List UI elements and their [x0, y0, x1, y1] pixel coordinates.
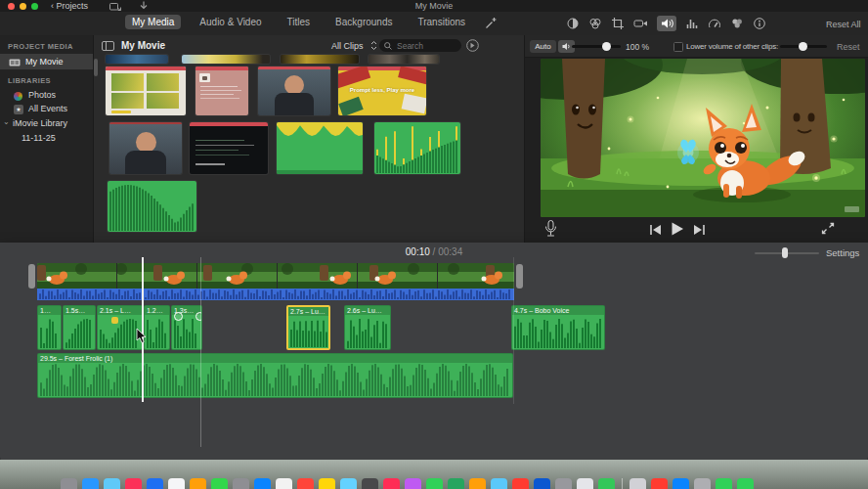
dock-app-icon[interactable] [233, 478, 249, 489]
dock-app-icon[interactable] [512, 478, 529, 489]
tab-transitions[interactable]: Transitions [411, 15, 472, 29]
sidebar-toggle-icon[interactable] [102, 41, 114, 51]
volume-tool-selected[interactable] [657, 16, 676, 31]
reset-button[interactable]: Reset [837, 42, 860, 52]
crop-icon[interactable] [611, 17, 625, 30]
dock-app-icon[interactable] [125, 478, 142, 489]
tab-audio-video[interactable]: Audio & Video [193, 15, 268, 29]
timeline-settings-button[interactable]: Settings [826, 247, 859, 258]
dock-app-icon[interactable] [673, 478, 689, 489]
media-thumbnail-audio[interactable] [108, 181, 196, 232]
timeline-audio-clip[interactable]: 1.2… [144, 305, 170, 350]
sidebar-item-imovie-library[interactable]: ⌄ iMovie Library [0, 117, 93, 131]
timeline-audio-clip[interactable]: 1.5s… [63, 305, 96, 350]
dock-app-icon[interactable] [82, 478, 99, 489]
search-input[interactable] [395, 40, 459, 52]
media-thumbnail-audio[interactable] [277, 122, 363, 174]
search-field[interactable] [379, 39, 461, 52]
media-tabbar: My Media Audio & Video Titles Background… [0, 12, 868, 35]
dock-app-icon[interactable] [555, 478, 572, 489]
media-thumbnail-notes[interactable] [195, 67, 248, 115]
play-icon[interactable] [670, 221, 685, 237]
timeline-music-clip[interactable]: 29.5s – Forest Frolic (1) [37, 353, 513, 398]
dock-app-icon[interactable] [362, 478, 378, 489]
tab-backgrounds[interactable]: Backgrounds [328, 15, 399, 29]
timeline-video-clip[interactable] [37, 263, 514, 289]
dock-app-icon[interactable] [426, 478, 443, 489]
dock-app-icon[interactable] [340, 478, 357, 489]
dock-app-icon[interactable] [104, 478, 120, 489]
clip-trim-handle-left[interactable] [28, 264, 35, 289]
pane-resize-handle[interactable] [94, 59, 98, 76]
dock-app-icon[interactable] [629, 478, 646, 489]
stabilization-icon[interactable] [633, 17, 648, 30]
dock-app-icon[interactable] [147, 478, 163, 489]
lower-volume-checkbox[interactable] [673, 42, 683, 52]
fullscreen-icon[interactable] [821, 222, 835, 235]
dock-app-icon[interactable] [694, 478, 711, 489]
dock-app-icon[interactable] [716, 478, 732, 489]
timeline-guide-line [200, 257, 201, 447]
timeline-audio-clip[interactable]: 2.6s – Lu… [344, 305, 391, 350]
media-thumbnail[interactable] [369, 55, 439, 64]
volume-slider[interactable] [572, 45, 621, 48]
dock-app-icon[interactable] [491, 478, 507, 489]
dock-app-icon[interactable] [448, 478, 464, 489]
media-thumbnail-fox-grid[interactable] [106, 67, 186, 115]
media-thumbnail[interactable] [182, 55, 270, 64]
sidebar-item-photos[interactable]: Photos [0, 89, 93, 103]
ducking-slider-knob[interactable] [799, 42, 807, 51]
record-voiceover-mic-icon[interactable] [544, 220, 557, 238]
clip-filter-icon[interactable] [730, 17, 744, 30]
dock-app-icon[interactable] [534, 478, 550, 489]
media-thumbnail[interactable] [281, 55, 359, 64]
timeline-audio-clip[interactable]: 1.3s… [171, 305, 202, 350]
dock-app-icon[interactable] [651, 478, 668, 489]
dock-app-icon[interactable] [254, 478, 271, 489]
media-thumbnail-promo[interactable]: Prompt less, Play more [338, 67, 426, 115]
dock-app-icon[interactable] [469, 478, 486, 489]
dock-app-icon[interactable] [737, 478, 754, 489]
sidebar-item-event-11-11-25[interactable]: 11-11-25 [0, 132, 93, 146]
timeline-audio-clip[interactable]: 1… [37, 305, 62, 350]
media-thumbnail-presenter[interactable] [109, 122, 182, 174]
clip-skim-forward-icon[interactable] [466, 39, 479, 52]
media-thumbnail-audio[interactable] [374, 122, 460, 174]
sidebar-item-all-events[interactable]: ★ All Events [0, 103, 93, 116]
noise-reduction-icon[interactable] [685, 17, 699, 30]
clip-trim-handle-right[interactable] [516, 264, 523, 289]
clip-filter-dropdown[interactable]: All Clips [331, 41, 364, 51]
timeline-audio-clip[interactable]: 4.7s – Bobo Voice [511, 305, 605, 350]
sidebar-item-my-movie[interactable]: My Movie [0, 54, 93, 69]
timeline-zoom-knob[interactable] [782, 247, 788, 258]
dock-app-icon[interactable] [276, 478, 292, 489]
tab-titles[interactable]: Titles [281, 15, 318, 29]
skip-back-icon[interactable] [649, 224, 662, 236]
media-thumbnail-terminal[interactable] [190, 122, 268, 174]
enhance-wand-icon[interactable] [484, 17, 498, 30]
dock-app-icon[interactable] [405, 478, 421, 489]
skip-forward-icon[interactable] [693, 224, 706, 236]
color-correction-icon[interactable] [588, 17, 602, 30]
clip-info-icon[interactable] [753, 17, 766, 30]
dock-app-icon[interactable] [297, 478, 314, 489]
dock-app-icon[interactable] [598, 478, 615, 489]
dock-app-icon[interactable] [319, 478, 335, 489]
video-preview [541, 59, 865, 217]
reset-all-button[interactable]: Reset All [826, 20, 861, 29]
tab-my-media[interactable]: My Media [125, 15, 181, 29]
timeline-audio-clip[interactable]: 2.7s – Lu… [286, 305, 330, 350]
dock-app-icon[interactable] [211, 478, 228, 489]
volume-slider-knob[interactable] [602, 42, 611, 51]
fade-handle[interactable] [174, 312, 183, 321]
dock-app-icon[interactable] [577, 478, 593, 489]
dock-app-icon[interactable] [383, 478, 400, 489]
dock-app-icon[interactable] [61, 478, 77, 489]
media-thumbnail-presenter[interactable] [258, 67, 330, 115]
dock-app-icon[interactable] [168, 478, 185, 489]
media-thumbnail[interactable] [106, 55, 168, 64]
dock-app-icon[interactable] [190, 478, 206, 489]
auto-volume-button[interactable]: Auto [530, 40, 556, 53]
color-balance-icon[interactable] [566, 17, 580, 30]
speed-icon[interactable] [708, 17, 721, 30]
